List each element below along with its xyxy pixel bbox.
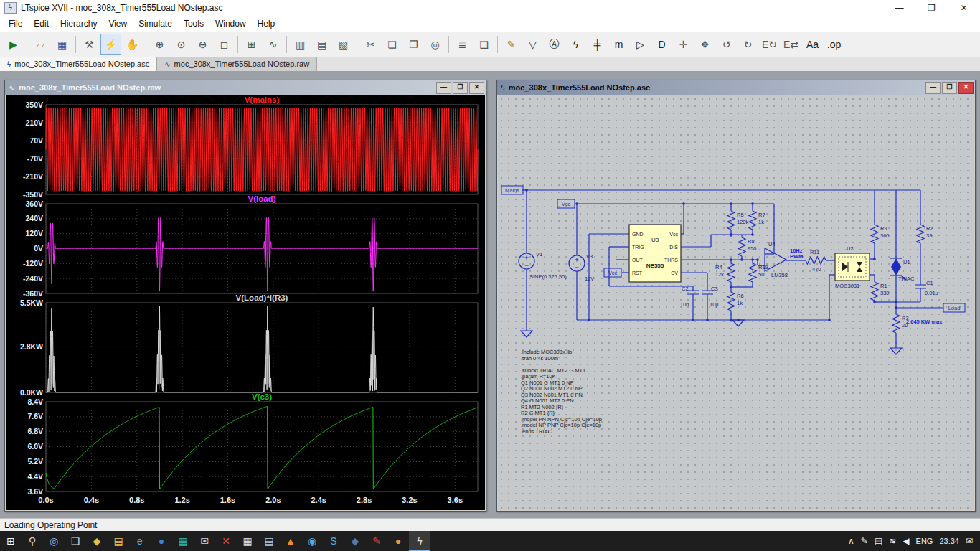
taskbar-app-edge[interactable]: e [129,531,151,551]
taskbar-app-pdf[interactable]: ✎ [366,531,387,551]
waveform-window[interactable]: ∿ moc_308x_Timer555Load NOstep.raw — ❐ ✕… [4,80,486,512]
taskbar-app-red[interactable]: ✕ [215,531,237,551]
zoom-in-button-icon[interactable]: ⊕ [149,34,170,55]
tray-chevron-icon[interactable]: ∧ [848,536,854,546]
taskbar-app-notepad[interactable]: ▤ [258,531,280,551]
paste-button-icon[interactable]: ❐ [403,34,424,55]
task-view-button[interactable]: ❏ [65,531,86,551]
cut-button-icon[interactable]: ✂ [360,34,381,55]
taskbar-app-browser[interactable]: ◉ [301,531,323,551]
component-R10[interactable]: R1050 [749,263,768,282]
waveform-minimize-button[interactable]: — [436,82,451,94]
taskbar-app-security[interactable]: ◆ [344,531,366,551]
halt-button-icon[interactable]: ✋ [122,34,143,55]
menu-file[interactable]: File [3,17,28,30]
component-U3[interactable]: GNDTRIGOUTRSTVccDISTHRSCVU3NE555 [629,225,681,282]
tile-vertical-button-icon[interactable]: ▥ [290,34,311,55]
tray-wifi-icon[interactable]: ≋ [889,536,896,546]
capacitor-button-icon[interactable]: ╪ [587,34,608,55]
wire-button-icon[interactable]: ✎ [501,34,522,55]
component-R7[interactable]: R71k [749,211,765,230]
spice-directive-button-icon[interactable]: .op [824,34,844,55]
component-button-icon[interactable]: D [651,34,672,55]
component-R11[interactable]: R11470 [806,249,826,273]
menu-edit[interactable]: Edit [28,17,55,30]
component-R4[interactable]: R412k [715,263,735,282]
run-button-icon[interactable]: ▶ [3,34,24,55]
component-V3[interactable]: V312V [569,253,594,282]
zoom-out-button-icon[interactable]: ⊖ [192,34,213,55]
component-C2[interactable]: C210n [680,286,699,308]
waveform-close-button[interactable]: ✕ [469,82,484,94]
component-R1[interactable]: R1330 [871,282,890,301]
find-button-icon[interactable]: ◎ [425,34,446,55]
component-V1[interactable]: V1SINE(0 325 50) [519,251,567,280]
menu-hierarchy[interactable]: Hierarchy [55,17,103,30]
taskbar-app-mail[interactable]: ✉ [194,531,215,551]
run-simulation-button-icon[interactable]: ⚡ [100,34,121,55]
component-R9[interactable]: R9360 [871,225,890,243]
menu-simulate[interactable]: Simulate [133,17,178,30]
component-C3[interactable]: C310µ [702,286,719,308]
tile-horizontal-button-icon[interactable]: ▤ [311,34,332,55]
taskbar-app-blue-circle[interactable]: ● [151,531,172,551]
diode-button-icon[interactable]: ▷ [630,34,651,55]
start-button[interactable]: ⊞ [0,531,22,551]
redo-button-icon[interactable]: ↻ [738,34,758,55]
menu-window[interactable]: Window [209,17,252,30]
menu-view[interactable]: View [103,17,133,30]
show-desktop-button[interactable] [976,531,980,551]
cortana-button[interactable]: ◎ [43,531,65,551]
schematic-minimize-button[interactable]: — [925,82,941,94]
taskbar-app-ltspice[interactable]: ϟ [409,531,430,551]
rotate-button-icon[interactable]: E↻ [759,34,780,55]
tray-pen-icon[interactable]: ✎ [861,536,868,546]
print-button-icon[interactable]: ≣ [452,34,473,55]
schematic-window-titlebar[interactable]: ϟ moc_308x_Timer555Load NOstep.asc — ❐ ✕ [497,80,975,95]
taskbar-app-shield[interactable]: ◆ [86,531,108,551]
waveform-maximize-button[interactable]: ❐ [453,82,468,94]
taskbar-app-vlc[interactable]: ▲ [280,531,301,551]
component-U2[interactable]: U2MOC3081 [835,245,870,289]
component-R5[interactable]: R5120k [727,211,749,230]
taskbar-app-firefox[interactable]: ● [387,531,409,551]
component-Mains[interactable]: Mains [501,186,523,194]
component-U4[interactable]: +-U4LM358 [765,241,788,278]
tray-display-icon[interactable]: ▤ [875,536,882,546]
tray-volume-icon[interactable]: ◀ [903,536,909,546]
spice-directives-text[interactable]: .include MOC308x.lib.tran 0 4s 100m.subc… [521,349,602,435]
component-Load[interactable]: Load [943,303,965,312]
schematic-window[interactable]: ϟ moc_308x_Timer555Load NOstep.asc — ❐ ✕… [496,80,976,512]
mirror-button-icon[interactable]: E⇄ [781,34,801,55]
tray-clock[interactable]: 23:34 [939,537,959,545]
tray-notification-icon[interactable]: ✉ [966,536,973,546]
document-tab-2[interactable]: ∿moc_308x_Timer555Load NOstep.raw [157,57,317,71]
taskbar-app-grid[interactable]: ▦ [172,531,194,551]
zoom-full-button-icon[interactable]: ◻ [214,34,235,55]
component-C1[interactable]: C10.01µ [915,280,939,296]
resistor-button-icon[interactable]: ϟ [565,34,586,55]
schematic-close-button[interactable]: ✕ [958,82,974,94]
close-button[interactable]: ✕ [948,0,980,16]
ground-button-icon[interactable]: ▽ [522,34,543,55]
zoom-area-button-icon[interactable]: ⊙ [171,34,192,55]
tray-language[interactable]: ENG [916,537,933,545]
component-R2[interactable]: R239 [917,225,933,243]
component-U1[interactable]: U1TRIAC [890,258,915,282]
menu-tools[interactable]: Tools [178,17,209,30]
cascade-button-icon[interactable]: ▧ [333,34,354,55]
grid-button-icon[interactable]: ⊞ [241,34,262,55]
taskbar-app-skype[interactable]: S [323,531,344,551]
text-button-icon[interactable]: Aa [802,34,823,55]
open-button-icon[interactable]: ▱ [30,34,51,55]
menu-help[interactable]: Help [252,17,281,30]
search-button[interactable]: ⚲ [22,531,43,551]
schematic-canvas[interactable]: MainsLoadVccVccV1SINE(0 325 50)V312VGNDT… [498,95,974,510]
drag-button-icon[interactable]: ❖ [694,34,715,55]
waveform-window-titlebar[interactable]: ∿ moc_308x_Timer555Load NOstep.raw — ❐ ✕ [5,80,486,95]
copy-button-icon[interactable]: ❏ [382,34,402,55]
maximize-button[interactable]: ❐ [915,0,948,16]
taskbar-app-calculator[interactable]: ▦ [237,531,258,551]
print-preview-button-icon[interactable]: ❑ [473,34,494,55]
taskbar-app-file-explorer[interactable]: ▤ [108,531,129,551]
